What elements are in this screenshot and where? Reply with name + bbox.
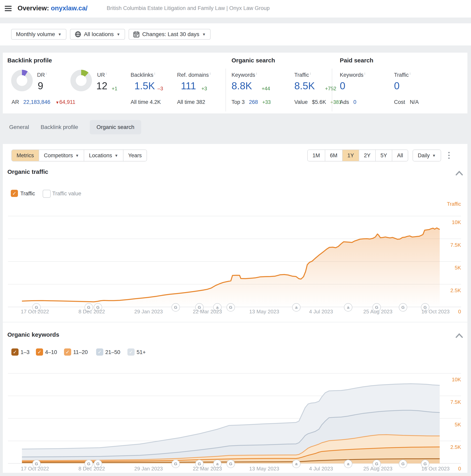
paid-keywords-value[interactable]: 0 (340, 80, 345, 92)
ar-delta: 64,911 (59, 99, 75, 105)
kw-checkbox-1–3[interactable]: ✓ (11, 348, 18, 356)
ur-value: 12 (96, 80, 107, 92)
x-axis-date: 4 Jul 2023 (297, 466, 345, 472)
site-description: British Columbia Estate Litigation and F… (107, 5, 270, 11)
kw-checkbox-51+[interactable]: ✓ (127, 348, 135, 356)
kw-checkbox-11–20[interactable]: ✓ (64, 348, 71, 356)
google-update-marker[interactable]: G (172, 303, 180, 312)
ref-domains-value[interactable]: 111 (181, 80, 196, 92)
ref-domains-label: Ref. domainsi (177, 72, 210, 78)
locations-filter-button[interactable]: All locations▼ (70, 29, 125, 40)
ur-label: URi (97, 72, 107, 78)
locations-filter-label: All locations (84, 31, 114, 37)
ads-row: Ads 0 (340, 99, 356, 105)
y-axis-tick: 5K (437, 265, 461, 271)
x-axis-date: 8 Dec 2022 (68, 308, 116, 315)
organic-keywords-section-title: Organic keywords (7, 331, 59, 338)
years-segment[interactable]: Years (123, 150, 147, 161)
range-1y-button[interactable]: 1Y (343, 150, 359, 161)
ads-value[interactable]: 0 (353, 99, 356, 105)
info-icon[interactable]: i (46, 72, 47, 76)
tab-general[interactable]: General (9, 120, 29, 134)
info-icon[interactable]: i (210, 72, 210, 76)
granularity-button[interactable]: Daily▼ (413, 150, 441, 161)
kw-checkbox-label: 11–20 (73, 349, 88, 356)
info-icon[interactable]: i (106, 72, 107, 76)
x-axis-date: 17 Oct 2022 (11, 466, 59, 472)
paid-traffic-value[interactable]: 0 (394, 80, 400, 92)
tab-organic-search[interactable]: Organic search (90, 120, 141, 134)
kw-checkbox-label: 51+ (137, 349, 146, 356)
calendar-icon (133, 31, 140, 37)
range-5y-button[interactable]: 5Y (376, 150, 392, 161)
top3-value[interactable]: 268 (249, 99, 258, 105)
y-axis-tick: 7.5K (437, 399, 461, 405)
domain-link[interactable]: onyxlaw.ca/ (51, 4, 87, 12)
y-axis-tick: 7.5K (437, 242, 461, 248)
y-axis-tick: 10K (437, 376, 461, 383)
time-range-control: 1M6M1Y2Y5YAll (307, 150, 408, 161)
traffic-value-checkbox-label: Traffic value (52, 190, 81, 197)
ar-label: AR (12, 99, 19, 105)
y-axis-tick: 2.5K (437, 444, 461, 450)
value-row: Value $5.6K +381 (294, 99, 342, 105)
menu-icon[interactable] (5, 5, 12, 12)
x-axis-date: 25 Aug 2023 (354, 466, 402, 472)
volume-filter-button[interactable]: Monthly volume▼ (11, 29, 66, 40)
y-axis-tick: 0 (437, 466, 461, 472)
kw-checkbox-4–10[interactable]: ✓ (36, 348, 43, 356)
chevron-down-icon: ▼ (58, 33, 62, 36)
traffic-value-checkbox[interactable] (43, 190, 51, 198)
dr-label: DRi (37, 72, 47, 78)
cost-row: Cost N/A (394, 99, 419, 105)
competitors-segment[interactable]: Competitors▼ (39, 150, 84, 161)
chevron-down-icon: ▼ (432, 154, 436, 157)
google-update-marker[interactable]: G (172, 460, 180, 468)
chevron-down-icon: ▼ (202, 33, 206, 36)
range-6m-button[interactable]: 6M (325, 150, 343, 161)
info-icon[interactable]: i (410, 72, 411, 76)
x-axis-date: 29 Jan 2023 (125, 308, 173, 315)
x-axis-date: 13 May 2023 (240, 308, 288, 315)
y-axis-tick: 5K (437, 422, 461, 428)
organic-keywords-label: Keywordsi (231, 72, 257, 78)
tab-backlink-profile[interactable]: Backlink profile (41, 120, 78, 134)
x-axis-date: 17 Oct 2022 (11, 308, 59, 315)
info-icon[interactable]: i (154, 72, 155, 76)
ahrefs-update-marker[interactable]: a (344, 460, 352, 468)
value-amount: $5.6K (312, 99, 326, 105)
organic-traffic-label: Traffici (294, 72, 311, 78)
chevron-down-icon: ▼ (75, 154, 79, 157)
filter-row: Monthly volume▼ All locations▼ Changes: … (11, 29, 214, 40)
traffic-checkbox[interactable]: ✓ (11, 190, 18, 197)
locations-segment[interactable]: Locations▼ (84, 150, 123, 161)
view-segmented-control: Metrics Competitors▼ Locations▼ Years (11, 150, 147, 161)
range-all-button[interactable]: All (392, 150, 408, 161)
ahrefs-update-marker[interactable]: a (344, 303, 352, 312)
range-1m-button[interactable]: 1M (308, 150, 325, 161)
kw-checkbox-21–50[interactable]: ✓ (96, 348, 103, 356)
divider (226, 68, 226, 111)
page-title-label: Overview: (17, 4, 49, 12)
more-options-icon[interactable] (448, 152, 450, 159)
page-title: Overview: onyxlaw.ca/ (17, 4, 87, 12)
range-2y-button[interactable]: 2Y (359, 150, 376, 161)
metrics-segment[interactable]: Metrics (12, 150, 39, 161)
changes-filter-button[interactable]: Changes: Last 30 days▼ (129, 29, 210, 40)
ar-value[interactable]: 22,183,846 (23, 99, 50, 105)
organic-traffic-value[interactable]: 8.5K (294, 80, 315, 92)
info-icon[interactable]: i (310, 72, 311, 76)
backlink-profile-title: Backlink profile (7, 57, 52, 64)
tabs-row: General Backlink profile Organic search (9, 120, 141, 134)
granularity-control: Daily▼ (413, 150, 441, 161)
x-axis-date: 22 Mar 2023 (183, 308, 231, 315)
info-icon[interactable]: i (365, 72, 365, 76)
organic-traffic-delta: +752 (325, 86, 336, 91)
dr-value: 9 (38, 80, 43, 92)
organic-keywords-value[interactable]: 8.8K (231, 80, 252, 92)
info-icon[interactable]: i (256, 72, 257, 76)
backlinks-value[interactable]: 1.5K (134, 80, 155, 92)
ar-row: AR 22,183,846 ▼64,911 (12, 99, 75, 105)
globe-icon (75, 31, 81, 37)
traffic-checkbox-label: Traffic (20, 190, 35, 197)
